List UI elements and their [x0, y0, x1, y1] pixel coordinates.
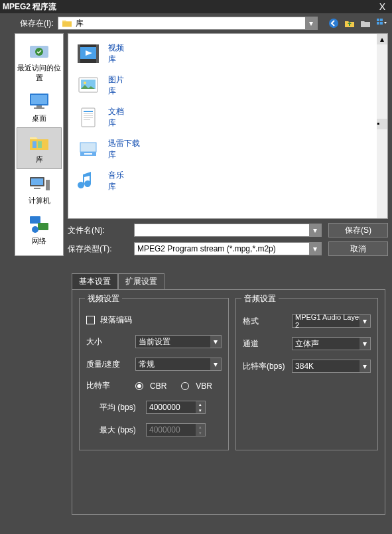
svg-rect-11	[33, 141, 36, 148]
max-bitrate-label: 最大 (bps)	[99, 425, 141, 436]
svg-rect-31	[84, 115, 93, 116]
sidebar-item-label: 桌面	[32, 113, 46, 123]
svg-rect-10	[34, 107, 44, 109]
library-folder-icon	[27, 132, 51, 153]
sidebar-item-network[interactable]: 网络	[15, 210, 63, 250]
svg-rect-4	[380, 22, 383, 25]
back-icon[interactable]	[328, 18, 339, 29]
path-dropdown[interactable]: 库 ▾	[58, 17, 318, 30]
svg-rect-16	[34, 188, 40, 189]
svg-rect-2	[380, 19, 383, 21]
dropdown-arrow-icon[interactable]: ▾	[305, 17, 317, 29]
svg-rect-23	[96, 44, 99, 63]
svg-rect-9	[36, 105, 42, 107]
sidebar-item-label: 最近访问的位置	[17, 63, 62, 83]
segment-label: 段落编码	[100, 314, 132, 326]
svg-rect-29	[84, 111, 93, 112]
downloads-library-icon	[75, 136, 101, 163]
file-list[interactable]: ▴ ▪ 视频库 图片库 文档库 迅雷下载库 音乐库	[68, 33, 388, 219]
item-name: 文档	[108, 106, 124, 117]
settings-panel: 视频设置 段落编码 大小 当前设置▾ 质量/速度 常规▾ 比特率 CBR VBR…	[72, 289, 385, 515]
filetype-label: 保存类型(T):	[68, 243, 127, 255]
spinner-up-icon: ▴	[196, 424, 205, 430]
item-name: 视频	[108, 42, 124, 54]
music-library-icon	[75, 168, 101, 194]
sidebar-item-label: 网络	[32, 236, 46, 246]
scroll-up-button[interactable]: ▴	[377, 34, 387, 44]
sidebar-item-recent[interactable]: 最近访问的位置	[15, 36, 63, 87]
format-dropdown[interactable]: MPEG1 Audio Layer-2▾	[292, 314, 371, 328]
spinner-down-icon[interactable]: ▾	[196, 407, 205, 413]
avg-bitrate-spinner[interactable]: 4000000▴▾	[146, 401, 206, 414]
sidebar-item-libraries[interactable]: 库	[17, 127, 62, 169]
cbr-radio[interactable]	[135, 382, 143, 390]
quality-label: 质量/速度	[86, 359, 130, 370]
sidebar-item-desktop[interactable]: 桌面	[15, 87, 63, 127]
item-sub: 库	[108, 54, 124, 65]
filetype-dropdown[interactable]: MPEG2 Program stream (*.mpg,*.m2p) ▾	[134, 242, 322, 255]
quality-dropdown[interactable]: 常规▾	[135, 358, 222, 371]
item-sub: 库	[108, 181, 124, 192]
computer-icon	[27, 173, 51, 194]
audio-settings-group: 音频设置 格式 MPEG1 Audio Layer-2▾ 通道 立体声▾ 比特率…	[235, 298, 378, 450]
svg-rect-1	[377, 19, 379, 21]
sidebar-item-label: 计算机	[29, 196, 50, 206]
scrollbar-track[interactable]	[377, 44, 387, 218]
list-item[interactable]: 视频库	[72, 38, 383, 70]
list-item[interactable]: 音乐库	[72, 165, 383, 197]
titlebar: MPEG2 程序流 X	[0, 0, 392, 13]
max-bitrate-spinner: 4000000▴▾	[146, 423, 206, 436]
svg-rect-18	[38, 223, 48, 230]
audio-settings-title: 音频设置	[241, 293, 279, 304]
path-text: 库	[76, 18, 305, 29]
chevron-down-icon: ▾	[359, 315, 370, 327]
tab-extended[interactable]: 扩展设置	[118, 273, 164, 289]
folder-icon	[61, 19, 73, 28]
cancel-button[interactable]: 取消	[328, 241, 388, 256]
spinner-up-icon[interactable]: ▴	[196, 401, 205, 407]
list-item[interactable]: 文档库	[72, 101, 383, 133]
desktop-icon	[27, 91, 51, 112]
tab-basic[interactable]: 基本设置	[72, 273, 118, 289]
close-button[interactable]: X	[375, 1, 389, 12]
recent-places-icon	[27, 40, 51, 62]
item-sub: 库	[108, 117, 124, 129]
svg-rect-36	[84, 153, 92, 155]
item-sub: 库	[108, 86, 124, 97]
list-item[interactable]: 图片库	[72, 70, 383, 101]
sidebar-item-computer[interactable]: 计算机	[15, 169, 63, 210]
channel-dropdown[interactable]: 立体声▾	[292, 337, 371, 350]
window-title: MPEG2 程序流	[3, 1, 56, 13]
scroll-thumb[interactable]: ▪	[377, 119, 387, 129]
chevron-down-icon: ▾	[210, 358, 221, 370]
segment-checkbox[interactable]	[86, 316, 95, 324]
up-folder-icon[interactable]	[344, 18, 355, 29]
top-toolbar: 保存在(I): 库 ▾	[0, 13, 392, 33]
audio-bitrate-dropdown[interactable]: 384K▾	[292, 360, 371, 373]
size-dropdown[interactable]: 当前设置▾	[135, 335, 222, 348]
new-folder-icon[interactable]	[360, 18, 371, 29]
save-button[interactable]: 保存(S)	[328, 223, 388, 237]
dropdown-arrow-icon[interactable]: ▾	[309, 243, 321, 255]
item-sub: 库	[108, 149, 140, 161]
item-name: 音乐	[108, 170, 124, 181]
video-settings-group: 视频设置 段落编码 大小 当前设置▾ 质量/速度 常规▾ 比特率 CBR VBR…	[79, 298, 229, 450]
svg-point-19	[32, 226, 38, 233]
vbr-label: VBR	[196, 381, 212, 391]
view-menu-icon[interactable]	[376, 18, 387, 29]
avg-bitrate-label: 平均 (bps)	[99, 402, 141, 413]
item-name: 图片	[108, 74, 124, 86]
settings-tabs: 基本设置 扩展设置	[72, 273, 392, 289]
chevron-down-icon: ▾	[210, 336, 221, 348]
list-item[interactable]: 迅雷下载库	[72, 133, 383, 165]
vbr-radio[interactable]	[181, 382, 189, 390]
spinner-down-icon: ▾	[196, 430, 205, 436]
svg-rect-33	[84, 119, 90, 120]
dropdown-arrow-icon[interactable]: ▾	[309, 224, 321, 236]
svg-rect-12	[38, 141, 42, 148]
svg-rect-30	[84, 113, 93, 114]
size-label: 大小	[86, 336, 130, 348]
network-icon	[27, 214, 51, 235]
filename-input[interactable]: ▾	[134, 224, 322, 237]
sidebar-item-label: 库	[36, 155, 43, 165]
